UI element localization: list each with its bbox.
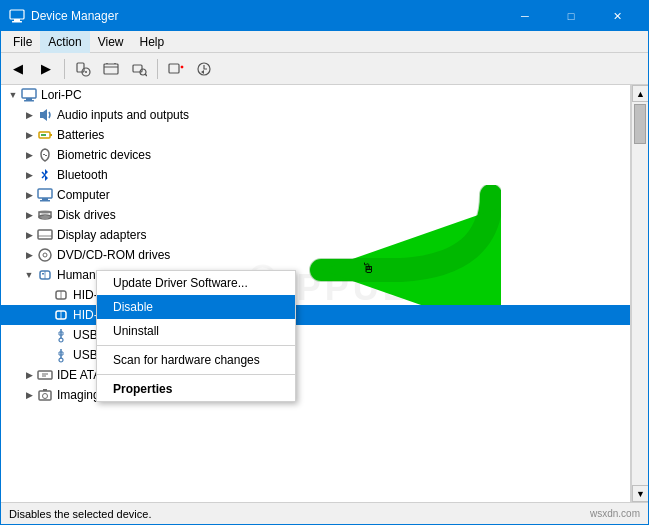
toolbar-sep1 [64, 59, 65, 79]
svg-rect-23 [26, 98, 32, 100]
audio-label: Audio inputs and outputs [57, 108, 189, 122]
watermark-credit: wsxdn.com [590, 508, 640, 519]
audio-icon [37, 107, 53, 123]
tree-item-computer[interactable]: ▶ Computer [1, 185, 630, 205]
imaging-expand[interactable]: ▶ [21, 387, 37, 403]
menu-action[interactable]: Action [40, 31, 89, 53]
tree-item-audio[interactable]: ▶ Audio inputs and outputs [1, 105, 630, 125]
biometric-label: Biometric devices [57, 148, 151, 162]
hid-consumer-icon [53, 287, 69, 303]
tree-panel[interactable]: A PPULS ▼ Lor [1, 85, 631, 502]
ctx-scan[interactable]: Scan for hardware changes [97, 348, 295, 372]
ctx-sep1 [97, 345, 295, 346]
hid-expand[interactable]: ▼ [21, 267, 37, 283]
audio-expand[interactable]: ▶ [21, 107, 37, 123]
ctx-sep2 [97, 374, 295, 375]
svg-rect-3 [77, 63, 84, 72]
dvd-icon [37, 247, 53, 263]
computer-icon [37, 187, 53, 203]
scroll-up[interactable]: ▲ [632, 85, 648, 102]
dvd-label: DVD/CD-ROM drives [57, 248, 170, 262]
svg-rect-0 [10, 10, 24, 19]
svg-rect-1 [14, 19, 20, 21]
dvd-expand[interactable]: ▶ [21, 247, 37, 263]
svg-rect-29 [38, 189, 52, 198]
toolbar-scan[interactable] [126, 56, 152, 82]
bluetooth-icon [37, 167, 53, 183]
biometric-expand[interactable]: ▶ [21, 147, 37, 163]
svg-rect-24 [24, 100, 34, 102]
batteries-icon [37, 127, 53, 143]
title-icon [9, 8, 25, 24]
root-expand[interactable]: ▼ [5, 87, 21, 103]
toolbar: ◀ ▶ [1, 53, 648, 85]
computer-expand[interactable]: ▶ [21, 187, 37, 203]
svg-rect-50 [38, 371, 52, 379]
disk-icon [37, 207, 53, 223]
batteries-expand[interactable]: ▶ [21, 127, 37, 143]
menu-file[interactable]: File [5, 31, 40, 53]
toolbar-help[interactable] [98, 56, 124, 82]
usb1-icon [53, 327, 69, 343]
tree-item-biometric[interactable]: ▶ Biometric devices [1, 145, 630, 165]
svg-rect-27 [50, 134, 52, 136]
tree-root[interactable]: ▼ Lori-PC [1, 85, 630, 105]
ide-expand[interactable]: ▶ [21, 367, 37, 383]
ctx-update-driver[interactable]: Update Driver Software... [97, 271, 295, 295]
maximize-button[interactable]: □ [548, 1, 594, 31]
title-bar: Device Manager ─ □ ✕ [1, 1, 648, 31]
root-icon [21, 87, 37, 103]
svg-rect-54 [43, 389, 47, 391]
svg-rect-28 [41, 134, 46, 136]
toolbar-update[interactable] [191, 56, 217, 82]
title-controls: ─ □ ✕ [502, 1, 640, 31]
toolbar-disable[interactable] [163, 56, 189, 82]
device-manager-window: Device Manager ─ □ ✕ File Action View He… [0, 0, 649, 525]
tree-item-display[interactable]: ▶ Display adapters [1, 225, 630, 245]
tree-item-disk[interactable]: ▶ Disk drives [1, 205, 630, 225]
scroll-down[interactable]: ▼ [632, 485, 648, 502]
ctx-uninstall[interactable]: Uninstall [97, 319, 295, 343]
imaging-icon [37, 387, 53, 403]
bluetooth-expand[interactable]: ▶ [21, 167, 37, 183]
root-label: Lori-PC [41, 88, 82, 102]
svg-rect-22 [22, 89, 36, 98]
svg-rect-35 [38, 230, 52, 239]
svg-rect-2 [12, 21, 22, 23]
display-expand[interactable]: ▶ [21, 227, 37, 243]
toolbar-back[interactable]: ◀ [5, 56, 31, 82]
window-title: Device Manager [31, 9, 502, 23]
svg-rect-41 [42, 273, 44, 275]
svg-rect-30 [42, 198, 48, 200]
toolbar-properties[interactable] [70, 56, 96, 82]
context-menu: Update Driver Software... Disable Uninst… [96, 270, 296, 402]
scrollbar[interactable]: ▲ ▼ [631, 85, 648, 502]
scroll-thumb[interactable] [634, 104, 646, 144]
disk-expand[interactable]: ▶ [21, 207, 37, 223]
status-text: Disables the selected device. [9, 508, 151, 520]
tree-item-dvd[interactable]: ▶ DVD/CD-ROM drives [1, 245, 630, 265]
main-content: A PPULS ▼ Lor [1, 85, 648, 502]
svg-point-34 [39, 210, 51, 214]
toolbar-forward[interactable]: ▶ [33, 56, 59, 82]
menu-bar: File Action View Help [1, 31, 648, 53]
minimize-button[interactable]: ─ [502, 1, 548, 31]
menu-help[interactable]: Help [132, 31, 173, 53]
tree-item-bluetooth[interactable]: ▶ Bluetooth [1, 165, 630, 185]
toolbar-sep2 [157, 59, 158, 79]
status-bar: Disables the selected device. wsxdn.com [1, 502, 648, 524]
tree-item-batteries[interactable]: ▶ Batteries [1, 125, 630, 145]
display-label: Display adapters [57, 228, 146, 242]
svg-line-13 [145, 74, 147, 76]
ctx-disable[interactable]: Disable [97, 295, 295, 319]
hid-touch-icon [53, 307, 69, 323]
close-button[interactable]: ✕ [594, 1, 640, 31]
computer-label: Computer [57, 188, 110, 202]
ctx-properties[interactable]: Properties [97, 377, 295, 401]
menu-view[interactable]: View [90, 31, 132, 53]
ide-icon [37, 367, 53, 383]
svg-point-37 [39, 249, 51, 261]
usb2-icon [53, 347, 69, 363]
batteries-label: Batteries [57, 128, 104, 142]
svg-rect-7 [104, 64, 118, 74]
